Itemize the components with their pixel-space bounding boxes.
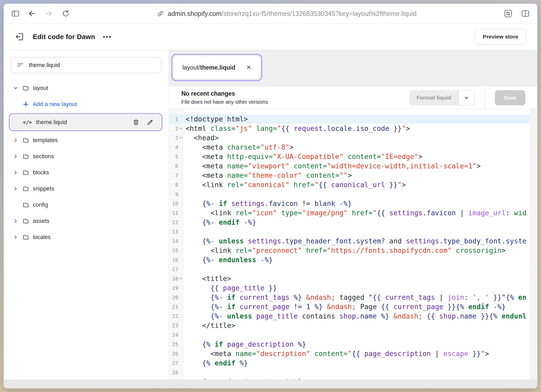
active-tab-highlight-ring: layout/theme.liquid ✕ [171, 54, 262, 81]
split-view-icon[interactable] [521, 9, 530, 18]
code-line[interactable]: 16 {%- endunless -%} [169, 255, 530, 265]
format-liquid-button[interactable]: Format liquid [409, 90, 458, 105]
code-line[interactable]: 19 {{ page_title }} [169, 283, 530, 293]
tree-item-label: blocks [33, 169, 49, 176]
code-line[interactable]: 6 <meta name="viewport" content="width=d… [169, 161, 530, 171]
line-number: 24 [169, 330, 178, 340]
tree-item-locales[interactable]: locales [4, 229, 169, 245]
selected-file-highlight-ring: </>theme.liquid [9, 113, 162, 131]
code-line[interactable]: 5 <meta http-equiv="X-UA-Compatible" con… [169, 152, 530, 161]
code-line[interactable]: 2<html class="js" lang="{{ request.local… [169, 124, 530, 133]
back-icon[interactable] [28, 9, 36, 18]
code-line[interactable]: 17 [169, 265, 530, 274]
code-line[interactable]: 15 <link rel="preconnect" href="https://… [169, 246, 530, 255]
code-lines: 1<!doctype html>2<html class="js" lang="… [169, 114, 530, 379]
code-line[interactable]: 24 [169, 330, 530, 340]
tree-item-templates[interactable]: templates [4, 132, 169, 148]
browser-toolbar: admin.shopify.com/store/rzq1xu-f5/themes… [4, 4, 537, 24]
forward-icon[interactable] [44, 9, 53, 18]
exit-editor-button[interactable] [15, 32, 25, 42]
code-line[interactable]: 13 [169, 227, 530, 236]
chevron-right-icon[interactable] [13, 170, 19, 175]
format-liquid-dropdown[interactable] [458, 90, 475, 105]
code-line[interactable]: 22 {%- unless page_title contains shop.n… [169, 311, 530, 321]
page-settings-icon[interactable] [503, 9, 513, 18]
code-line[interactable]: 14 {%- unless settings.type_header_font.… [169, 236, 530, 246]
code-line[interactable]: 23 </title> [169, 321, 530, 330]
code-line[interactable]: 1<!doctype html> [169, 114, 530, 124]
fold-chevron-icon[interactable] [179, 277, 183, 281]
line-number: 11 [169, 208, 178, 218]
tree-item-label: layout [33, 85, 48, 91]
code-line[interactable]: 3 <head> [169, 133, 530, 143]
tree-item-label: locales [33, 234, 51, 241]
code-line[interactable]: 26 <meta name="description" content="{{ … [169, 349, 530, 358]
code-line[interactable]: 10 {%- if settings.favicon != blank -%} [169, 199, 530, 208]
address-bar[interactable]: admin.shopify.com/store/rzq1xu-f5/themes… [78, 10, 496, 17]
reload-icon[interactable] [61, 9, 70, 18]
code-line[interactable]: 18 <title> [169, 274, 530, 283]
sidebar: theme.liquid layoutAdd a new layout</>th… [4, 50, 169, 379]
chevron-right-icon[interactable] [13, 186, 19, 192]
file-tree: layoutAdd a new layout</>theme.liquidtem… [4, 80, 169, 245]
code-line[interactable]: 4 <meta charset="utf-8"> [169, 143, 530, 152]
code-line[interactable]: 9 [169, 189, 530, 199]
line-number: 26 [169, 349, 178, 358]
scrollbar-track[interactable] [530, 109, 537, 379]
tree-item-theme.liquid[interactable]: </>theme.liquid [11, 115, 161, 129]
code-line[interactable]: 12 {%- endif -%} [169, 218, 530, 227]
line-number: 1 [169, 114, 178, 124]
code-line[interactable]: 7 <meta name="theme-color" content=""> [169, 171, 530, 180]
tree-item-label: templates [33, 137, 58, 144]
workspace: theme.liquid layoutAdd a new layout</>th… [4, 50, 537, 379]
version-subtitle: File does not have any other versions [181, 99, 268, 105]
tab-layout-theme-liquid[interactable]: layout/theme.liquid ✕ [174, 56, 260, 79]
desktop: admin.shopify.com/store/rzq1xu-f5/themes… [0, 0, 541, 392]
close-tab-icon[interactable]: ✕ [246, 65, 251, 70]
code-line[interactable]: 8 <link rel="canonical" href="{{ canonic… [169, 180, 530, 189]
chevron-down-icon[interactable] [13, 85, 19, 91]
code-line[interactable]: 11 <link rel="icon" type="image/png" hre… [169, 208, 530, 218]
line-number: 6 [169, 161, 178, 171]
pencil-icon[interactable] [146, 119, 154, 126]
line-number: 18 [169, 274, 178, 283]
fold-chevron-icon[interactable] [179, 126, 183, 131]
url-host: admin.shopify.com [168, 10, 222, 17]
line-number: 21 [169, 302, 178, 311]
line-number: 7 [169, 171, 178, 180]
line-number: 8 [169, 180, 178, 189]
fold-chevron-icon[interactable] [179, 136, 183, 140]
tree-item-layout[interactable]: layout [4, 80, 169, 96]
tree-item-snippets[interactable]: snippets [4, 181, 169, 197]
code-line[interactable]: 27 {% endif %} [169, 358, 530, 368]
chevron-right-icon[interactable] [13, 218, 19, 224]
window-footer [4, 379, 537, 388]
code-line[interactable]: 29 {% render 'meta-tags' %} [169, 377, 530, 379]
trash-icon[interactable] [132, 119, 140, 126]
add-layout-button[interactable]: Add a new layout [4, 96, 169, 112]
search-input[interactable]: theme.liquid [11, 57, 161, 73]
chevron-right-icon[interactable] [13, 137, 19, 143]
folder-icon [22, 137, 29, 144]
folder-icon [22, 234, 29, 241]
code-line[interactable]: 28 [169, 368, 530, 377]
chevron-right-icon[interactable] [13, 154, 19, 159]
tree-item-config[interactable]: config [4, 197, 169, 213]
code-line[interactable]: 21 {%- if current_page != 1 %} &ndash; P… [169, 302, 530, 311]
line-number: 4 [169, 143, 178, 152]
tree-item-sections[interactable]: sections [4, 148, 169, 164]
code-line[interactable]: 20 {%- if current_tags %} &ndash; tagged… [169, 293, 530, 302]
browser-window: admin.shopify.com/store/rzq1xu-f5/themes… [4, 4, 537, 388]
line-number: 3 [169, 133, 178, 143]
sidebar-toggle-icon[interactable] [11, 9, 20, 18]
tree-item-blocks[interactable]: blocks [4, 164, 169, 181]
save-button[interactable]: Save [495, 90, 525, 105]
tree-item-assets[interactable]: assets [4, 213, 169, 229]
chevron-right-icon[interactable] [13, 234, 19, 240]
file-actions [132, 119, 154, 126]
code-editor[interactable]: 1<!doctype html>2<html class="js" lang="… [169, 109, 537, 379]
preview-store-button[interactable]: Preview store [475, 29, 526, 45]
code-line[interactable]: 25 {% if page_description %} [169, 340, 530, 349]
line-number: 14 [169, 236, 178, 246]
more-menu-button[interactable]: ••• [103, 33, 112, 40]
